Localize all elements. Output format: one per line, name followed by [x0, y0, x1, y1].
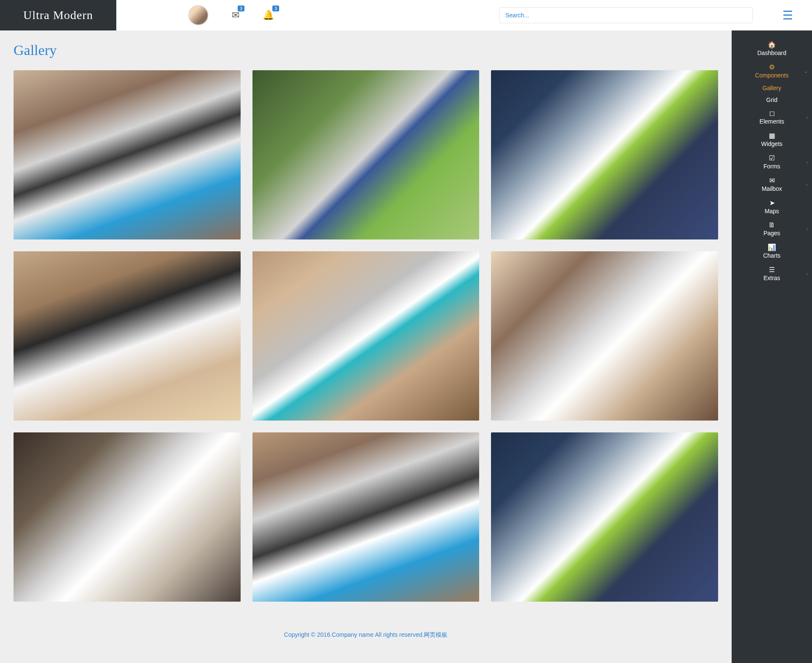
sidebar-item-forms[interactable]: ☑ Forms ‹ — [732, 151, 812, 173]
sidebar-item-label: Charts — [763, 252, 780, 259]
envelope-icon: ✉ — [732, 176, 812, 184]
sidebar-item-label: Forms — [763, 163, 780, 170]
sidebar-item-dashboard[interactable]: 🏠 Dashboard — [732, 37, 812, 60]
sidebar-item-maps[interactable]: ➤ Maps — [732, 195, 812, 218]
mail-badge: 3 — [238, 6, 244, 11]
file-icon: 🗎 — [732, 221, 812, 229]
gallery-grid — [14, 70, 718, 602]
sidebar-item-extras[interactable]: ☰ Extras ‹ — [732, 262, 812, 285]
header: Ultra Modern ✉ 3 🔔 3 ☰ — [0, 0, 812, 30]
page-title: Gallery — [14, 42, 718, 58]
logo[interactable]: Ultra Modern — [0, 0, 116, 30]
gallery-item[interactable] — [14, 251, 241, 421]
sidebar-item-label: Components — [755, 72, 788, 79]
chevron-down-icon: ⌄ — [804, 68, 808, 74]
sidebar-item-label: Extras — [763, 275, 780, 281]
gallery-item[interactable] — [14, 70, 241, 239]
sidebar-item-components[interactable]: ⚙ Components ⌄ — [732, 60, 812, 82]
sidebar-item-label: Elements — [760, 118, 784, 125]
sidebar-item-mailbox[interactable]: ✉ Mailbox ‹ — [732, 173, 812, 195]
mail-icon[interactable]: ✉ 3 — [232, 10, 239, 21]
bell-badge: 3 — [272, 6, 279, 11]
sidebar-item-widgets[interactable]: ▦ Widgets — [732, 128, 812, 151]
gallery-item[interactable] — [14, 432, 241, 602]
sidebar-item-elements[interactable]: ◻ Elements ‹ — [732, 106, 812, 128]
sidebar-item-label: Mailbox — [762, 185, 782, 192]
sidebar: 🏠 Dashboard ⚙ Components ⌄ Gallery Grid … — [732, 30, 812, 663]
sidebar-sub-gallery[interactable]: Gallery — [732, 82, 812, 94]
sidebar-item-pages[interactable]: 🗎 Pages ‹ — [732, 218, 812, 240]
sidebar-sub-grid[interactable]: Grid — [732, 94, 812, 106]
gallery-item[interactable] — [491, 432, 718, 602]
bell-icon[interactable]: 🔔 3 — [263, 10, 274, 21]
chevron-left-icon: ‹ — [806, 115, 808, 120]
chevron-left-icon: ‹ — [806, 226, 808, 231]
th-icon: ▦ — [732, 132, 812, 140]
cogs-icon: ⚙ — [732, 63, 812, 71]
gallery-item[interactable] — [491, 251, 718, 421]
sidebar-item-label: Grid — [766, 96, 777, 103]
location-icon: ➤ — [732, 199, 812, 207]
search-input[interactable] — [499, 7, 753, 23]
avatar[interactable] — [188, 5, 208, 25]
chart-icon: 📊 — [732, 243, 812, 251]
sidebar-item-label: Pages — [763, 230, 780, 237]
check-icon: ☑ — [732, 154, 812, 162]
home-icon: 🏠 — [732, 41, 812, 49]
footer: Copyright © 2016.Company name All rights… — [14, 623, 718, 647]
gallery-item[interactable] — [252, 70, 480, 239]
gallery-item[interactable] — [252, 432, 480, 602]
main-content: Gallery Copyright © 2016.Company name Al… — [0, 30, 732, 659]
list-icon: ☰ — [732, 266, 812, 274]
sidebar-item-label: Dashboard — [757, 50, 787, 56]
sidebar-item-label: Widgets — [761, 140, 783, 147]
sidebar-item-charts[interactable]: 📊 Charts — [732, 240, 812, 262]
chevron-left-icon: ‹ — [806, 271, 808, 276]
chevron-left-icon: ‹ — [806, 182, 808, 187]
square-icon: ◻ — [732, 109, 812, 117]
sidebar-item-label: Maps — [765, 208, 779, 215]
search — [499, 7, 753, 23]
menu-toggle-icon[interactable]: ☰ — [782, 8, 793, 22]
chevron-left-icon: ‹ — [806, 160, 808, 165]
gallery-item[interactable] — [491, 70, 718, 239]
sidebar-item-label: Gallery — [763, 85, 781, 91]
gallery-item[interactable] — [252, 251, 480, 421]
